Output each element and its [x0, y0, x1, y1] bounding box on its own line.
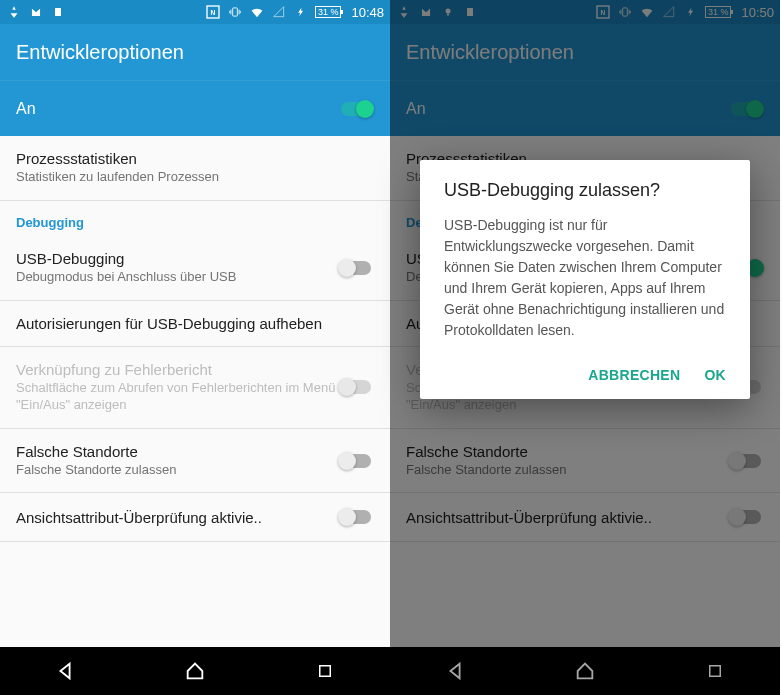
- wifi-direct-icon: [6, 4, 22, 20]
- setting-item: Verknüpfung zu FehlerberichtSchaltfläche…: [0, 347, 390, 429]
- setting-switch[interactable]: [338, 507, 374, 527]
- svg-rect-0: [55, 8, 61, 16]
- setting-switch: [338, 377, 374, 397]
- vibrate-icon: [227, 4, 243, 20]
- page-title: Entwickleroptionen: [16, 41, 184, 64]
- setting-item[interactable]: Ansichtsattribut-Überprüfung aktivie..: [0, 493, 390, 542]
- dialog-body: USB-Debugging ist nur für Entwicklungszw…: [444, 215, 726, 341]
- ok-button[interactable]: OK: [704, 367, 726, 383]
- setting-subtitle: Statistiken zu laufenden Prozessen: [16, 169, 374, 186]
- setting-switch[interactable]: [338, 451, 374, 471]
- status-time: 10:48: [351, 5, 384, 20]
- navigation-bar: [0, 647, 390, 695]
- wifi-icon: [249, 4, 265, 20]
- setting-subtitle: Debugmodus bei Anschluss über USB: [16, 269, 338, 286]
- setting-item[interactable]: USB-DebuggingDebugmodus bei Anschluss üb…: [0, 236, 390, 301]
- app-bar: Entwickleroptionen: [0, 24, 390, 80]
- setting-title: Falsche Standorte: [16, 443, 338, 460]
- svg-text:N: N: [211, 9, 216, 16]
- setting-title: USB-Debugging: [16, 250, 338, 267]
- mail-icon: [28, 4, 44, 20]
- master-toggle-row[interactable]: An: [0, 80, 390, 136]
- master-toggle-label: An: [16, 100, 36, 118]
- master-switch[interactable]: [338, 99, 374, 119]
- setting-title: Prozessstatistiken: [16, 150, 374, 167]
- setting-subtitle: Falsche Standorte zulassen: [16, 462, 338, 479]
- recent-button[interactable]: [313, 659, 337, 683]
- setting-item[interactable]: Falsche StandorteFalsche Standorte zulas…: [0, 429, 390, 494]
- back-button[interactable]: [53, 659, 77, 683]
- lightning-icon: [293, 4, 309, 20]
- nfc-icon: N: [205, 4, 221, 20]
- signal-icon: [271, 4, 287, 20]
- setting-title: Verknüpfung zu Fehlerbericht: [16, 361, 338, 378]
- device-left: N 31 % 10:48 Entwickleroptionen An Proze…: [0, 0, 390, 695]
- setting-title: Ansichtsattribut-Überprüfung aktivie..: [16, 509, 338, 526]
- settings-list[interactable]: ProzessstatistikenStatistiken zu laufend…: [0, 136, 390, 647]
- battery-indicator: 31 %: [315, 6, 342, 18]
- setting-switch[interactable]: [338, 258, 374, 278]
- status-bar: N 31 % 10:48: [0, 0, 390, 24]
- home-button[interactable]: [183, 659, 207, 683]
- device-right: N 31 % 10:50 Entwickleroptionen An Proze…: [390, 0, 780, 695]
- dialog-title: USB-Debugging zulassen?: [444, 180, 726, 201]
- setting-title: Autorisierungen für USB-Debugging aufheb…: [16, 315, 374, 332]
- setting-item[interactable]: ProzessstatistikenStatistiken zu laufend…: [0, 136, 390, 201]
- sim-icon: [50, 4, 66, 20]
- svg-rect-3: [233, 8, 238, 16]
- svg-rect-4: [320, 666, 331, 677]
- section-header: Debugging: [0, 201, 390, 236]
- setting-item[interactable]: Autorisierungen für USB-Debugging aufheb…: [0, 301, 390, 347]
- setting-subtitle: Schaltfläche zum Abrufen von Fehlerberic…: [16, 380, 338, 414]
- cancel-button[interactable]: Abbrechen: [588, 367, 680, 383]
- usb-debugging-dialog: USB-Debugging zulassen? USB-Debugging is…: [420, 160, 750, 399]
